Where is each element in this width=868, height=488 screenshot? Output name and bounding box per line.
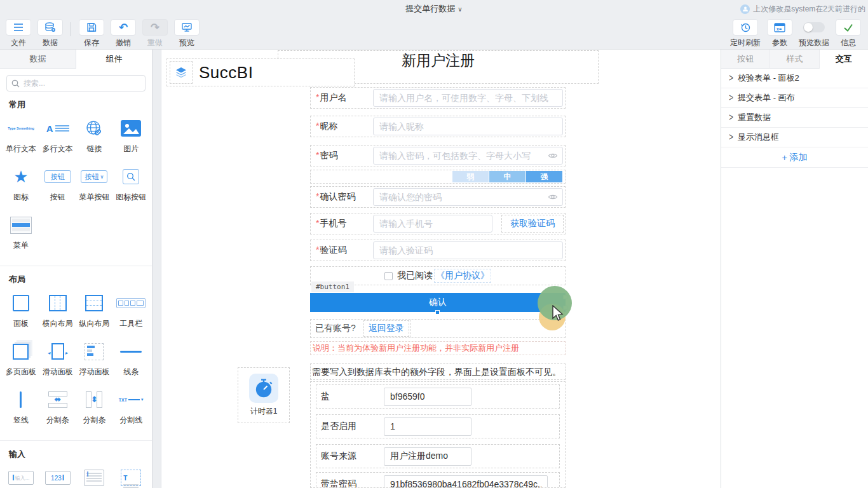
vertical-line-icon xyxy=(20,391,22,408)
palette-item-horizontal-layout[interactable]: 横向布局 xyxy=(39,288,76,336)
tab-button[interactable]: 按钮 xyxy=(721,50,770,69)
get-verification-code-button[interactable]: 获取验证码 xyxy=(501,215,564,233)
account-row: 已有账号? 返回登录 xyxy=(310,319,566,338)
strength-mid: 中 xyxy=(489,171,526,182)
parameters-button[interactable]: x= 参数 xyxy=(764,19,796,48)
salted-password-input[interactable] xyxy=(384,475,548,488)
logo-text: SuccBI xyxy=(199,59,253,86)
last-modified-text: 上次修改是system在2天前进行的 xyxy=(753,4,865,15)
interaction-item-show-message[interactable]: > 显示消息框 xyxy=(721,128,868,147)
palette-item-float-panel[interactable]: 浮动面板 xyxy=(76,336,113,384)
palette-item-multi-page-panel[interactable]: 多页面板 xyxy=(3,336,39,384)
palette-item-icon[interactable]: ★ 图标 xyxy=(3,161,39,210)
multi-line-input-icon: I xyxy=(84,470,104,486)
interaction-item-validate-form[interactable]: > 校验表单 - 面板2 xyxy=(721,69,868,88)
info-button[interactable]: 信息 xyxy=(832,19,864,48)
user-agreement-link[interactable]: 《用户协议》 xyxy=(434,269,491,283)
tab-data[interactable]: 数据 xyxy=(0,50,76,69)
nickname-input[interactable] xyxy=(373,118,563,135)
component-sidebar: 数据 组件 常用 Type Something 单行文本 A 多行文本 链接 图… xyxy=(0,50,153,488)
back-to-login-link[interactable]: 返回登录 xyxy=(363,320,409,337)
resize-handle-right-bottom[interactable] xyxy=(563,306,567,310)
salt-input[interactable] xyxy=(384,388,471,406)
undo-button[interactable]: ↶ 撤销 xyxy=(107,19,139,48)
slide-panel-icon: ◂▸ xyxy=(51,343,64,360)
palette-item-image[interactable]: 图片 xyxy=(112,113,149,161)
interaction-item-reset-data[interactable]: > 重置数据 xyxy=(721,108,868,128)
timer-component[interactable]: 计时器1 xyxy=(238,367,290,423)
palette-item-divider-line[interactable]: TXT▾ 分割线 xyxy=(112,384,149,433)
palette-item-vertical-layout[interactable]: 纵向布局 xyxy=(76,288,113,336)
tab-interaction[interactable]: 交互 xyxy=(820,50,868,69)
toggle-off-icon[interactable] xyxy=(803,22,825,32)
tab-components[interactable]: 组件 xyxy=(76,50,152,69)
field-label: *用户名 xyxy=(311,92,373,104)
username-input[interactable] xyxy=(373,89,563,107)
phone-input[interactable] xyxy=(373,215,492,233)
chevron-right-icon: > xyxy=(729,72,733,84)
resize-handle-right-top[interactable] xyxy=(563,295,567,299)
interaction-item-submit-form[interactable]: > 提交表单 - 画布 xyxy=(721,88,868,108)
chevron-right-icon: > xyxy=(729,92,733,104)
palette-item-text-input[interactable]: I输入... 文本输入 xyxy=(3,463,39,488)
save-button[interactable]: 保存 xyxy=(76,19,107,48)
palette-item-multi-line-input[interactable]: I 多行输入 xyxy=(76,463,113,488)
top-bar: 提交单行数据∨ 上次修改是system在2天前进行的 xyxy=(0,0,868,18)
verification-code-input[interactable] xyxy=(373,241,563,259)
agreement-checkbox[interactable] xyxy=(384,272,393,280)
undo-icon: ↶ xyxy=(119,22,128,33)
palette-item-single-line-text[interactable]: Type Something 单行文本 xyxy=(3,113,39,161)
search-input[interactable] xyxy=(24,79,140,88)
preview-button[interactable]: 预览 xyxy=(171,19,203,48)
section-divider xyxy=(0,440,152,441)
splitter-vertical-icon: ⬍ xyxy=(85,391,104,408)
palette-item-menu-button[interactable]: 按钮∨ 菜单按钮 xyxy=(76,161,113,210)
svg-text:x=: x= xyxy=(776,27,782,31)
scheduled-refresh-button[interactable]: 定时刷新 xyxy=(727,19,764,48)
palette-item-splitter-vertical[interactable]: ⬍ 分割条 xyxy=(76,384,113,433)
have-account-text: 已有账号? xyxy=(311,323,356,334)
add-interaction-button[interactable]: + 添加 xyxy=(721,147,868,168)
palette-item-multi-line-text[interactable]: A 多行文本 xyxy=(39,113,76,161)
confirm-button[interactable]: 确认 xyxy=(310,293,566,312)
canvas-gutter xyxy=(153,50,161,488)
image-icon xyxy=(121,120,141,137)
globe-link-icon xyxy=(85,119,103,137)
enabled-input[interactable] xyxy=(384,417,471,436)
component-search[interactable] xyxy=(6,75,146,92)
palette-item-toolbar[interactable]: 工具栏 xyxy=(112,288,149,336)
palette-item-panel[interactable]: 面板 xyxy=(3,288,39,336)
palette-item-number-input[interactable]: 123I 数值输入 xyxy=(39,463,76,488)
account-source-input[interactable] xyxy=(384,447,471,466)
design-canvas[interactable]: 新用户注册 SuccBI *用户名 *昵称 *密码 弱 中 强 *确认密码 *手… xyxy=(153,50,721,488)
chevron-right-icon: > xyxy=(729,112,733,123)
file-button[interactable]: 文件 xyxy=(3,19,34,48)
logo-component[interactable]: SuccBI xyxy=(166,58,355,86)
palette-item-link[interactable]: 链接 xyxy=(76,113,113,161)
palette-item-line[interactable]: 线条 xyxy=(112,336,149,384)
palette-item-rich-text-input[interactable]: T 富文本输 xyxy=(112,463,149,488)
strength-weak: 弱 xyxy=(452,171,489,182)
resize-handle-bottom[interactable] xyxy=(435,310,440,315)
palette-item-slide-panel[interactable]: ◂▸ 滑动面板 xyxy=(39,336,76,384)
redo-button[interactable]: ↷ 重做 xyxy=(139,19,171,48)
confirm-password-input[interactable] xyxy=(373,188,563,206)
eye-icon[interactable] xyxy=(548,151,558,160)
eye-icon[interactable] xyxy=(548,193,558,201)
palette-item-menu[interactable]: 菜单 xyxy=(3,210,39,258)
chevron-right-icon: > xyxy=(729,132,733,143)
clock-refresh-icon xyxy=(740,22,751,33)
document-title-dropdown[interactable]: 提交单行数据∨ xyxy=(0,0,868,18)
data-button[interactable]: 数据 xyxy=(34,19,66,48)
palette-item-splitter-horizontal[interactable]: ⬌ 分割条 xyxy=(39,384,76,433)
green-check-icon xyxy=(843,23,854,32)
properties-panel: 按钮 样式 交互 > 校验表单 - 面板2 > 提交表单 - 画布 > 重置数据… xyxy=(721,50,868,488)
palette-item-vertical-line[interactable]: 竖线 xyxy=(3,384,39,433)
password-input[interactable] xyxy=(373,147,563,165)
tab-style[interactable]: 样式 xyxy=(770,50,819,69)
password-strength-bar: 弱 中 强 xyxy=(310,170,566,184)
section-title-common: 常用 xyxy=(9,99,152,111)
preview-data-toggle[interactable]: 预览数据 xyxy=(796,19,832,48)
palette-item-icon-button[interactable]: 图标按钮 xyxy=(112,161,149,210)
palette-item-button[interactable]: 按钮 按钮 xyxy=(39,161,76,210)
